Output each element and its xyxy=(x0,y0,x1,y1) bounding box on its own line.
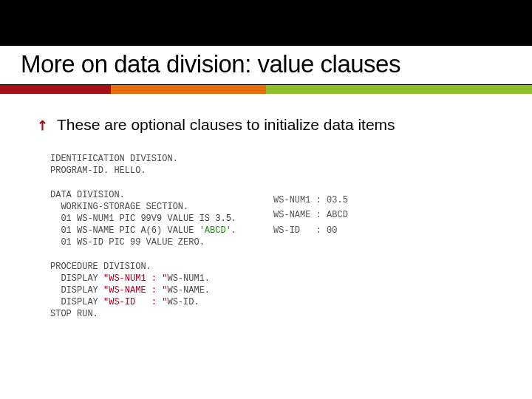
slide-title: More on data division: value clauses xyxy=(21,50,511,78)
code-line: DISPLAY xyxy=(50,285,103,296)
code-line: STOP RUN. xyxy=(50,309,98,319)
bullet-line: ↗ These are optional clauses to initiali… xyxy=(37,116,502,134)
code-line: WS-NAME. xyxy=(167,285,210,296)
code-line: IDENTIFICATION DIVISION. xyxy=(50,154,178,164)
content-row: IDENTIFICATION DIVISION. PROGRAM-ID. HEL… xyxy=(50,153,502,321)
code-line: WS-ID. xyxy=(167,297,199,307)
code-line: 01 WS-NAME PIC A(6) VALUE xyxy=(50,225,200,236)
colorbar-orange xyxy=(111,85,266,94)
code-number: 3.5 xyxy=(215,214,231,224)
code-line: PROGRAM-ID. HELLO. xyxy=(50,166,146,176)
output-line: WS-NUM1 : 03.5 xyxy=(273,195,348,205)
code-line: DISPLAY xyxy=(50,297,103,307)
output-line: WS-NAME : ABCD xyxy=(273,210,348,220)
colorbar-green xyxy=(266,85,532,94)
code-line: WS-NUM1. xyxy=(167,273,210,284)
output-line: WS-ID : 00 xyxy=(273,225,337,236)
code-line: DATA DIVISION. xyxy=(50,190,125,200)
code-line: WORKING-STORAGE SECTION. xyxy=(50,202,188,212)
header-black-bar xyxy=(0,0,532,46)
output-block: WS-NUM1 : 03.5 WS-NAME : ABCD WS-ID : 00 xyxy=(273,193,348,321)
code-string: "WS-NUM1 : " xyxy=(103,273,167,284)
code-line: . xyxy=(231,225,236,236)
code-line: 01 WS-NUM1 PIC 99V9 VALUE IS xyxy=(50,214,215,224)
color-bar xyxy=(0,85,532,94)
code-string: "WS-ID : " xyxy=(103,297,167,307)
code-line: DISPLAY xyxy=(50,273,103,284)
cobol-code-block: IDENTIFICATION DIVISION. PROGRAM-ID. HEL… xyxy=(50,153,236,321)
code-string: "WS-NAME : " xyxy=(103,285,167,296)
code-line: PROCEDURE DIVISION. xyxy=(50,262,151,272)
bullet-text: These are optional clauses to initialize… xyxy=(57,116,395,134)
colorbar-red xyxy=(0,85,111,94)
code-line: 01 WS-ID PIC 99 VALUE ZERO. xyxy=(50,237,205,248)
code-string: 'ABCD' xyxy=(200,225,231,236)
body-area: ↗ These are optional clauses to initiali… xyxy=(0,94,532,321)
title-row: More on data division: value clauses xyxy=(0,46,532,85)
arrow-bullet-icon: ↗ xyxy=(33,115,52,134)
code-line: . xyxy=(231,214,236,224)
